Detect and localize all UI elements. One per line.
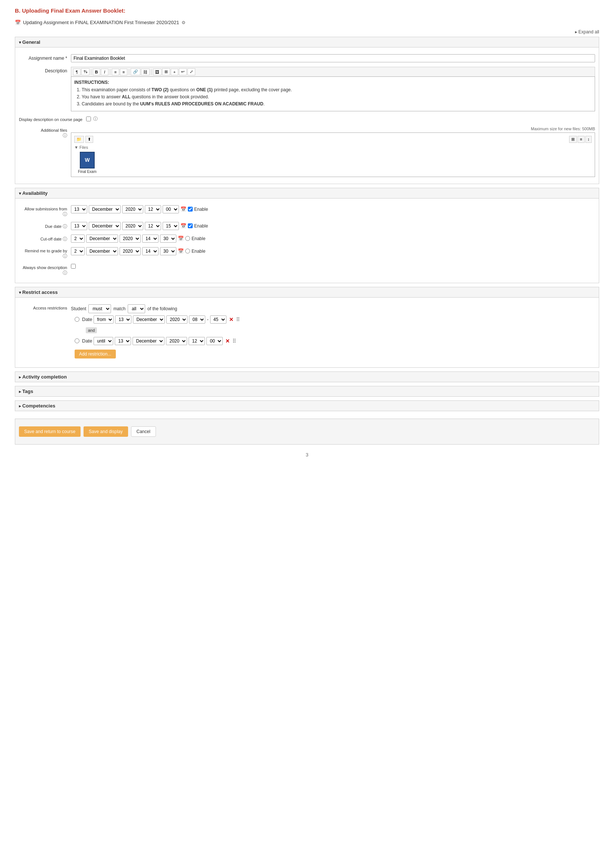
- restrict-access-header[interactable]: Restrict access: [15, 287, 599, 298]
- cutoff-month-select[interactable]: December: [86, 234, 118, 243]
- date1-min-select[interactable]: 45: [210, 315, 226, 324]
- cutoff-date-picker: 2 December 2020 14 30 📅 Enable: [71, 234, 595, 243]
- of-following-label: of the following: [147, 306, 177, 312]
- due-enable-checkbox[interactable]: [188, 223, 193, 228]
- date2-month-select[interactable]: December: [133, 337, 164, 345]
- display-desc-control: ⓘ: [86, 116, 595, 122]
- toolbar-btn-italic[interactable]: I: [101, 69, 109, 75]
- cancel-button[interactable]: Cancel: [131, 426, 156, 437]
- allow-enable-checkbox[interactable]: [188, 207, 193, 212]
- always-show-checkbox[interactable]: [71, 264, 76, 269]
- expand-all-area: ▸ Expand all: [15, 29, 599, 34]
- remind-hour-select[interactable]: 14: [142, 247, 158, 255]
- remind-enable-radio[interactable]: [185, 249, 190, 253]
- toolbar-btn-table[interactable]: ⊞: [162, 68, 170, 75]
- remind-cal-icon: 📅: [178, 248, 184, 254]
- add-restriction-btn[interactable]: Add restriction...: [74, 350, 116, 358]
- toolbar-btn-arrow[interactable]: ↩: [179, 68, 187, 75]
- all-select[interactable]: all: [128, 304, 145, 313]
- file-upload-area[interactable]: 📁 ⬆ ⊞ ≡ ↕ ▼ Files W Fina: [71, 132, 595, 177]
- date2-year-select[interactable]: 2020: [166, 337, 187, 345]
- cutoff-hour-select[interactable]: 14: [142, 234, 158, 243]
- bottom-buttons: Save and return to course Save and displ…: [15, 418, 599, 445]
- toolbar-btn-format[interactable]: ⁴⁄₃: [81, 68, 90, 75]
- date1-year-select[interactable]: 2020: [166, 315, 188, 324]
- toolbar-btn-bold[interactable]: B: [93, 69, 100, 75]
- date1-hour-select[interactable]: 08: [189, 315, 205, 324]
- allow-day-select[interactable]: 13: [71, 205, 87, 213]
- allow-enable-label: Enable: [194, 207, 208, 212]
- save-return-button[interactable]: Save and return to course: [19, 426, 81, 437]
- cutoff-day-select[interactable]: 2: [71, 234, 85, 243]
- remove-restriction-2-btn[interactable]: ✕: [224, 338, 231, 344]
- date2-min-select[interactable]: 00: [206, 337, 223, 345]
- cutoff-date-label: Cut-off date ⓘ: [19, 234, 67, 242]
- activity-completion-header[interactable]: Activity completion: [15, 372, 599, 382]
- tags-header[interactable]: Tags: [15, 386, 599, 397]
- toolbar-btn-list1[interactable]: ≡: [112, 69, 119, 75]
- must-select[interactable]: must: [88, 304, 111, 313]
- allow-year-select[interactable]: 2020: [122, 205, 143, 213]
- description-editor[interactable]: INSTRUCTIONS: This examination paper con…: [71, 76, 595, 111]
- allow-submissions-row: Allow submissions from ⓘ 13 December 202…: [15, 203, 599, 220]
- availability-header[interactable]: Availability: [15, 188, 599, 198]
- activity-completion-section: Activity completion: [15, 372, 599, 382]
- date-radio-2[interactable]: [74, 338, 79, 343]
- remind-day-select[interactable]: 2: [71, 247, 85, 255]
- display-desc-row: Display description on course page ⓘ: [15, 113, 599, 124]
- cutoff-enable-radio[interactable]: [185, 236, 190, 241]
- date1-day-select[interactable]: 13: [115, 315, 132, 324]
- cutoff-min-select[interactable]: 30: [160, 234, 176, 243]
- toolbar-btn-expand[interactable]: ⤢: [188, 68, 195, 75]
- file-download-btn[interactable]: ⬆: [85, 136, 93, 143]
- expand-all-link[interactable]: ▸ Expand all: [575, 29, 599, 34]
- description-label: Description: [19, 67, 67, 73]
- restriction-item-2: Date until 13 December 2020 12 00 ✕ ⠿: [71, 335, 595, 347]
- instructions-title: INSTRUCTIONS:: [74, 80, 592, 85]
- due-min-select[interactable]: 15: [163, 222, 179, 230]
- date1-month-select[interactable]: December: [133, 315, 165, 324]
- cutoff-year-select[interactable]: 2020: [119, 234, 141, 243]
- cutoff-info-icon: ⓘ: [63, 236, 67, 242]
- toolbar-btn-plus[interactable]: +: [171, 69, 178, 75]
- display-desc-checkbox[interactable]: [86, 116, 91, 121]
- file-view-btn2[interactable]: ≡: [578, 136, 584, 143]
- save-display-button[interactable]: Save and display: [84, 426, 128, 437]
- remove-restriction-1-btn[interactable]: ✕: [228, 316, 235, 322]
- date2-day-select[interactable]: 13: [115, 337, 131, 345]
- due-cal-icon: 📅: [180, 223, 186, 229]
- from-until-select-2[interactable]: until: [93, 337, 113, 345]
- file-view-btn1[interactable]: ⊞: [569, 136, 577, 143]
- date-radio-1[interactable]: [74, 317, 79, 322]
- toolbar-btn-para[interactable]: ¶: [73, 69, 81, 75]
- from-until-select-1[interactable]: from: [93, 315, 113, 324]
- cutoff-enable-label: Enable: [192, 236, 205, 241]
- file-view-btn3[interactable]: ↕: [585, 136, 592, 143]
- toolbar-btn-link[interactable]: 🔗: [131, 68, 140, 75]
- remind-year-select[interactable]: 2020: [119, 247, 141, 255]
- due-month-select[interactable]: December: [89, 222, 121, 230]
- file-toolbar-right: ⊞ ≡ ↕: [569, 136, 592, 143]
- allow-submissions-control: 13 December 2020 12 00 📅 Enable: [71, 205, 595, 213]
- toolbar-btn-unlink[interactable]: ⛓: [141, 69, 150, 75]
- assignment-name-input[interactable]: [71, 54, 595, 62]
- remind-min-select[interactable]: 30: [160, 247, 176, 255]
- general-form: Assignment name * Description ¶ ⁴⁄₃ B I …: [15, 48, 599, 184]
- allow-month-select[interactable]: December: [89, 205, 121, 213]
- due-year-select[interactable]: 2020: [122, 222, 143, 230]
- toolbar-btn-img[interactable]: 🖼: [153, 69, 161, 75]
- cutoff-date-row: Cut-off date ⓘ 2 December 2020 14 30 📅 E…: [15, 232, 599, 245]
- remind-month-select[interactable]: December: [86, 247, 118, 255]
- date2-hour-select[interactable]: 12: [189, 337, 205, 345]
- due-day-select[interactable]: 13: [71, 222, 87, 230]
- toolbar-btn-list2[interactable]: ≡: [120, 69, 127, 75]
- allow-min-select[interactable]: 00: [163, 205, 179, 213]
- page-title: B. Uploading Final Exam Answer Booklet:: [15, 8, 599, 14]
- access-restrictions-label: Access restrictions: [19, 304, 67, 310]
- competencies-header[interactable]: Competencies: [15, 400, 599, 411]
- general-header[interactable]: General: [15, 37, 599, 48]
- due-hour-select[interactable]: 12: [145, 222, 161, 230]
- allow-hour-select[interactable]: 12: [145, 205, 161, 213]
- file-item: W Final Exam: [74, 152, 100, 174]
- file-upload-btn[interactable]: 📁: [74, 136, 84, 143]
